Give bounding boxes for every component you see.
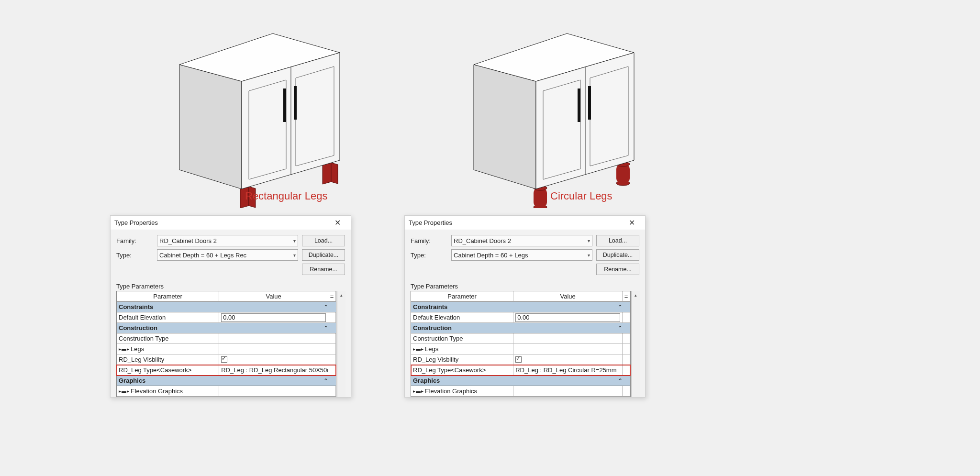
family-combo[interactable]: RD_Cabinet Doors 2 ▾ xyxy=(157,235,298,246)
header-equals: = xyxy=(328,291,336,302)
chevron-down-icon: ▾ xyxy=(293,238,296,244)
value-cell[interactable] xyxy=(513,333,623,344)
family-combo-value: RD_Cabinet Doors 2 xyxy=(159,237,217,244)
svg-marker-4 xyxy=(179,65,242,189)
param-cell: RD_Leg Type<Casework> xyxy=(117,365,219,376)
expand-tri-icon[interactable]: ▸▬▸ xyxy=(119,388,130,394)
cabinet-caption: Circular Legs xyxy=(550,190,612,202)
grid-row[interactable]: Construction Type xyxy=(117,333,336,344)
param-cell: Construction Type xyxy=(411,333,513,344)
expand-tri-icon[interactable]: ▸▬▸ xyxy=(413,346,424,352)
scroll-up-icon[interactable]: ▴ xyxy=(632,291,640,299)
grid-header: Parameter Value = xyxy=(411,291,630,302)
grid-row[interactable]: Default Elevation0.00 xyxy=(411,312,630,323)
load-button[interactable]: Load... xyxy=(302,235,345,246)
expand-tri-icon[interactable]: ▸▬▸ xyxy=(413,388,424,394)
value-cell[interactable] xyxy=(219,354,328,365)
value-cell[interactable] xyxy=(513,344,623,354)
duplicate-button[interactable]: Duplicate... xyxy=(596,249,639,261)
duplicate-button[interactable]: Duplicate... xyxy=(302,249,345,261)
param-cell: RD_Leg Visbility xyxy=(411,354,513,365)
equals-cell xyxy=(328,333,336,344)
type-combo[interactable]: Cabinet Depth = 60 + Legs Rec ▾ xyxy=(157,249,298,261)
equals-cell xyxy=(328,354,336,365)
equals-cell xyxy=(328,365,336,376)
scrollbar[interactable]: ▴ xyxy=(631,291,640,397)
collapse-icon[interactable]: ⌃ xyxy=(618,325,623,332)
svg-marker-2 xyxy=(323,163,331,184)
equals-cell xyxy=(623,333,630,344)
value-cell[interactable]: RD_Leg : RD_Leg Circular R=25mm xyxy=(513,365,623,376)
grid-row[interactable]: Construction Type xyxy=(411,333,630,344)
family-combo[interactable]: RD_Cabinet Doors 2 ▾ xyxy=(451,235,592,246)
grid-row[interactable]: ▸▬▸Elevation Graphics xyxy=(117,386,336,397)
type-params-grid[interactable]: Parameter Value = Constraints⌃Default El… xyxy=(411,291,631,397)
collapse-icon[interactable]: ⌃ xyxy=(323,304,328,310)
grid-row[interactable]: ▸▬▸Legs xyxy=(411,344,630,354)
param-cell: ▸▬▸Legs xyxy=(411,344,513,354)
param-cell: Default Elevation xyxy=(411,312,513,323)
svg-rect-11 xyxy=(294,86,297,120)
type-label: Type: xyxy=(116,252,157,259)
type-combo[interactable]: Cabinet Depth = 60 + Legs ▾ xyxy=(451,249,592,261)
value-cell[interactable] xyxy=(513,386,623,397)
equals-cell xyxy=(623,365,630,376)
value-cell[interactable] xyxy=(219,333,328,344)
close-icon[interactable]: ✕ xyxy=(328,218,347,227)
rename-button[interactable]: Rename... xyxy=(596,264,639,275)
equals-cell xyxy=(623,344,630,354)
collapse-icon[interactable]: ⌃ xyxy=(618,377,623,384)
grid-row[interactable]: ▸▬▸Legs xyxy=(117,344,336,354)
rename-button[interactable]: Rename... xyxy=(302,264,345,275)
value-cell[interactable] xyxy=(219,344,328,354)
value-cell[interactable] xyxy=(513,354,623,365)
chevron-down-icon: ▾ xyxy=(588,238,590,244)
value-cell[interactable]: RD_Leg : RD_Leg Rectangular 50X50mm xyxy=(219,365,328,376)
value-cell[interactable] xyxy=(219,386,328,397)
grid-category[interactable]: Graphics⌃ xyxy=(117,376,336,386)
scrollbar[interactable]: ▴ xyxy=(337,291,345,397)
param-cell: ▸▬▸Elevation Graphics xyxy=(117,386,219,397)
equals-cell xyxy=(328,344,336,354)
collapse-icon[interactable]: ⌃ xyxy=(618,304,623,310)
cabinet-caption: Rectangular Legs xyxy=(245,190,327,202)
expand-tri-icon[interactable]: ▸▬▸ xyxy=(119,346,130,352)
grid-row[interactable]: Default Elevation0.00 xyxy=(117,312,336,323)
scroll-up-icon[interactable]: ▴ xyxy=(337,291,345,299)
checkbox[interactable] xyxy=(221,356,227,363)
type-params-grid[interactable]: Parameter Value = Constraints⌃Default El… xyxy=(116,291,336,397)
grid-row[interactable]: RD_Leg Visbility xyxy=(117,354,336,365)
param-cell: ▸▬▸Elevation Graphics xyxy=(411,386,513,397)
header-value: Value xyxy=(513,291,623,302)
value-input[interactable]: 0.00 xyxy=(515,313,620,322)
load-button[interactable]: Load... xyxy=(596,235,639,246)
grid-category[interactable]: Construction⌃ xyxy=(117,323,336,333)
grid-row[interactable]: RD_Leg Type<Casework>RD_Leg : RD_Leg Cir… xyxy=(411,365,630,376)
value-cell[interactable]: 0.00 xyxy=(219,312,328,323)
value-input[interactable]: 0.00 xyxy=(221,313,326,322)
grid-category[interactable]: Graphics⌃ xyxy=(411,376,630,386)
cabinet-drawing xyxy=(428,17,668,208)
grid-row[interactable]: RD_Leg Visbility xyxy=(411,354,630,365)
svg-rect-13 xyxy=(534,188,547,207)
grid-row[interactable]: ▸▬▸Elevation Graphics xyxy=(411,386,630,397)
equals-cell xyxy=(328,312,336,323)
type-properties-dialog: Type Properties ✕ Family: RD_Cabinet Doo… xyxy=(110,215,351,398)
grid-category[interactable]: Constraints⌃ xyxy=(411,302,630,312)
close-icon[interactable]: ✕ xyxy=(622,218,641,227)
cabinet-drawing xyxy=(134,17,373,208)
chevron-down-icon: ▾ xyxy=(293,253,296,258)
collapse-icon[interactable]: ⌃ xyxy=(323,377,328,384)
dialog-title-text: Type Properties xyxy=(409,219,622,226)
param-cell: ▸▬▸Legs xyxy=(117,344,219,354)
dialog-titlebar: Type Properties ✕ xyxy=(111,216,351,230)
type-properties-dialog: Type Properties ✕ Family: RD_Cabinet Doo… xyxy=(404,215,646,398)
checkbox[interactable] xyxy=(515,356,522,363)
grid-category[interactable]: Construction⌃ xyxy=(411,323,630,333)
collapse-icon[interactable]: ⌃ xyxy=(323,325,328,332)
grid-row[interactable]: RD_Leg Type<Casework>RD_Leg : RD_Leg Rec… xyxy=(117,365,336,376)
value-cell[interactable]: 0.00 xyxy=(513,312,623,323)
grid-category[interactable]: Constraints⌃ xyxy=(117,302,336,312)
svg-rect-25 xyxy=(588,86,591,120)
type-label: Type: xyxy=(411,252,451,259)
